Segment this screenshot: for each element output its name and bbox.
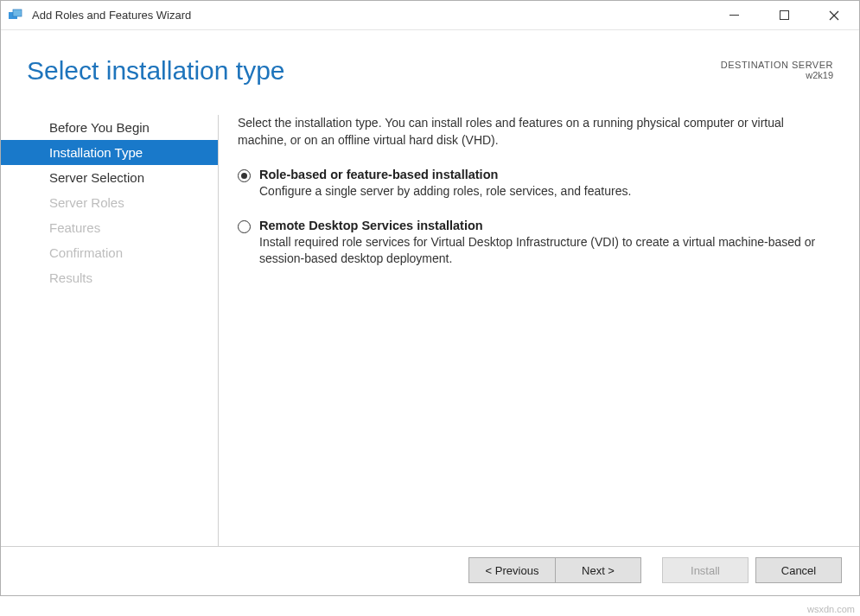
option-rds[interactable]: Remote Desktop Services installation Ins… <box>238 219 833 267</box>
install-button: Install <box>662 557 749 583</box>
next-button[interactable]: Next > <box>555 557 641 583</box>
close-button[interactable] <box>809 1 859 29</box>
step-before-you-begin[interactable]: Before You Begin <box>1 115 218 140</box>
watermark: wsxdn.com <box>807 604 855 614</box>
destination-block: DESTINATION SERVER w2k19 <box>721 60 833 80</box>
destination-label: DESTINATION SERVER <box>721 60 833 70</box>
window-title: Add Roles and Features Wizard <box>32 9 709 22</box>
option-title: Role-based or feature-based installation <box>259 168 833 181</box>
step-server-selection[interactable]: Server Selection <box>1 165 218 190</box>
option-title: Remote Desktop Services installation <box>259 219 833 232</box>
page-title: Select installation type <box>27 56 721 86</box>
step-server-roles: Server Roles <box>1 190 218 215</box>
sidebar: Before You Begin Installation Type Serve… <box>1 115 219 546</box>
footer: < Previous Next > Install Cancel <box>1 546 859 595</box>
content: Before You Begin Installation Type Serve… <box>1 94 859 546</box>
step-features: Features <box>1 215 218 240</box>
maximize-button[interactable] <box>759 1 809 29</box>
svg-rect-4 <box>780 11 788 20</box>
intro-text: Select the installation type. You can in… <box>238 115 833 149</box>
titlebar: Add Roles and Features Wizard <box>1 1 859 30</box>
window-controls <box>709 1 859 29</box>
header: Select installation type DESTINATION SER… <box>1 30 859 94</box>
step-confirmation: Confirmation <box>1 240 218 265</box>
wizard-window: Add Roles and Features Wizard Select ins… <box>0 0 860 596</box>
app-icon <box>8 8 23 23</box>
option-role-based[interactable]: Role-based or feature-based installation… <box>238 168 833 200</box>
main-panel: Select the installation type. You can in… <box>219 115 859 546</box>
radio-role-based[interactable] <box>238 169 251 182</box>
option-description: Install required role services for Virtu… <box>259 234 833 267</box>
step-results: Results <box>1 265 218 290</box>
destination-server: w2k19 <box>721 70 833 80</box>
svg-rect-1 <box>13 10 22 16</box>
option-description: Configure a single server by adding role… <box>259 183 833 200</box>
cancel-button[interactable]: Cancel <box>755 557 842 583</box>
previous-button[interactable]: < Previous <box>468 557 555 583</box>
step-installation-type[interactable]: Installation Type <box>1 140 218 165</box>
minimize-button[interactable] <box>709 1 759 29</box>
radio-rds[interactable] <box>238 220 251 233</box>
